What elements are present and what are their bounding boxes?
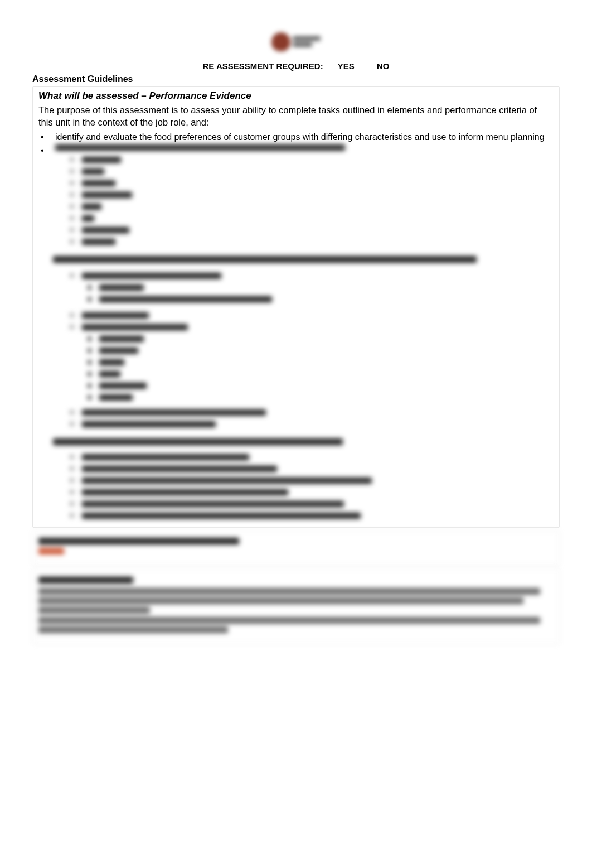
performance-evidence-section: What will be assessed – Performance Evid… xyxy=(32,86,560,528)
reassessment-yes: YES xyxy=(338,61,355,71)
bullet-item-obscured xyxy=(41,144,554,151)
bullet-list: identify and evaluate the food preferenc… xyxy=(38,131,554,151)
reassessment-no: NO xyxy=(377,61,390,71)
obscured-content xyxy=(38,154,554,522)
subheading-part-a: What will be assessed xyxy=(38,90,139,101)
obscured-section-3 xyxy=(32,568,560,644)
reassessment-label: RE ASSESSMENT REQUIRED: xyxy=(203,61,323,71)
reassessment-row: RE ASSESSMENT REQUIRED: YES NO xyxy=(32,61,560,71)
guidelines-heading: Assessment Guidelines xyxy=(32,74,560,84)
bullet-item: identify and evaluate the food preferenc… xyxy=(41,131,554,143)
section-intro: The purpose of this assessment is to ass… xyxy=(38,104,554,129)
subheading-dash: – xyxy=(139,90,149,101)
obscured-section-2 xyxy=(32,530,560,566)
brand-logo xyxy=(265,28,327,56)
subheading-part-b: Performance Evidence xyxy=(149,90,251,101)
section-subheading: What will be assessed – Performance Evid… xyxy=(38,90,554,102)
